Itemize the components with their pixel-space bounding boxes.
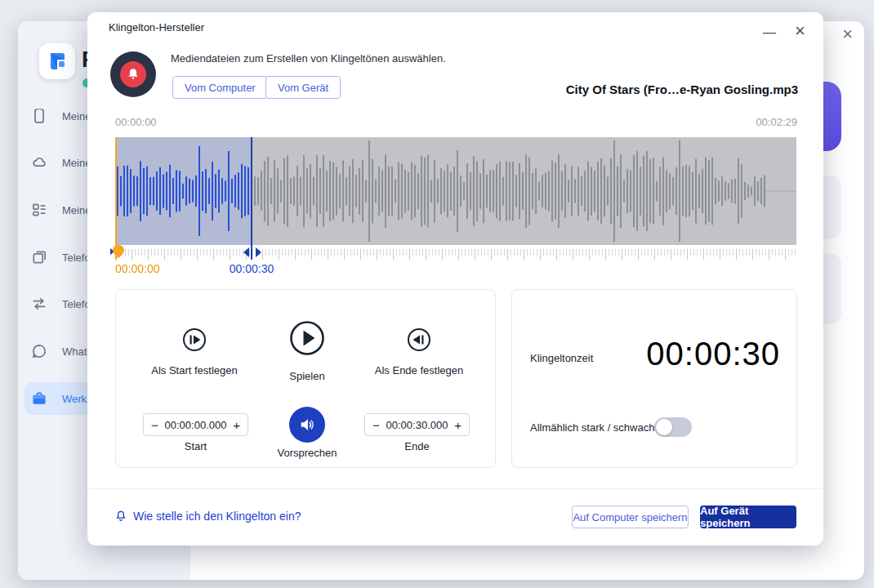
duration-label: Klingeltonzeit — [530, 352, 593, 364]
end-plus-button[interactable]: + — [454, 419, 462, 431]
ringtone-badge — [110, 51, 156, 97]
duration-value: 00:00:30 — [646, 336, 780, 372]
chat-icon — [31, 343, 47, 359]
play-button[interactable] — [289, 320, 325, 359]
end-minus-button[interactable]: − — [372, 419, 380, 431]
toggle-knob — [656, 419, 672, 435]
ringtone-info-panel: Klingeltonzeit 00:00:30 Allmählich stark… — [511, 289, 797, 468]
set-start-label: Als Start festlegen — [137, 364, 252, 376]
start-plus-button[interactable]: + — [233, 419, 240, 431]
speaker-icon — [298, 416, 316, 434]
copy-icon — [31, 249, 47, 265]
ringtone-maker-dialog: Klingelton-Hersteller — × Mediendateien … — [87, 12, 823, 546]
dialog-footer: Wie stelle ich den Klingelton ein? Auf C… — [87, 488, 823, 546]
from-computer-button[interactable]: Vom Computer — [172, 76, 268, 99]
help-link[interactable]: Wie stelle ich den Klingelton ein? — [114, 510, 301, 523]
timeline-ruler[interactable] — [115, 249, 796, 261]
cloud-icon — [31, 154, 47, 171]
audition-label: Vorsprechen — [254, 447, 360, 459]
start-time-value[interactable]: 00:00:00.000 — [165, 419, 227, 431]
help-link-text: Wie stelle ich den Klingelton ein? — [133, 510, 301, 523]
fade-label: Allmählich stark / schwach — [530, 421, 654, 434]
bell-outline-icon — [114, 510, 127, 523]
backup-icon — [31, 202, 47, 218]
waveform[interactable] — [115, 137, 796, 245]
trim-controls-panel: Als Start festlegen Spielen Als Ende fes… — [115, 289, 496, 468]
app-logo-icon — [46, 50, 69, 73]
selection-start-label: 00:00:00 — [115, 262, 160, 275]
bell-icon — [120, 61, 146, 87]
set-start-button[interactable] — [182, 327, 207, 355]
dialog-title: Klingelton-Hersteller — [109, 21, 204, 33]
minimize-icon[interactable]: — — [763, 25, 776, 40]
track-start-time: 00:00:00 — [115, 116, 157, 128]
waveform-area — [115, 137, 796, 261]
end-label: Ende — [364, 440, 470, 452]
play-label: Spielen — [250, 370, 364, 382]
selection-end-label: 00:00:30 — [211, 262, 292, 275]
dialog-subtitle: Mediendateien zum Erstellen von Klingelt… — [171, 52, 446, 65]
start-label: Start — [143, 440, 248, 452]
loaded-file-name: City Of Stars (Fro…e-Ryan Gosling.mp3 — [566, 82, 798, 96]
selection-start-line — [115, 137, 117, 260]
end-marker-handle[interactable] — [243, 247, 262, 261]
toolbox-icon — [31, 390, 47, 407]
fade-toggle[interactable] — [654, 417, 692, 437]
app-logo — [39, 43, 75, 79]
window-close-icon[interactable]: × — [842, 25, 853, 43]
transfer-icon — [31, 296, 47, 312]
start-minus-button[interactable]: − — [151, 419, 158, 431]
set-end-button[interactable] — [407, 327, 431, 355]
set-end-label: Als Ende festlegen — [362, 364, 476, 376]
from-device-button[interactable]: Vom Gerät — [265, 76, 341, 99]
end-time-value[interactable]: 00:00:30.000 — [386, 419, 448, 431]
start-time-stepper: − 00:00:00.000 + — [143, 413, 248, 436]
end-time-stepper: − 00:00:30.000 + — [364, 413, 470, 436]
device-icon — [31, 108, 47, 124]
save-to-device-button[interactable]: Auf Gerät speichern — [700, 506, 796, 528]
audition-button[interactable] — [289, 407, 325, 443]
close-icon[interactable]: × — [795, 20, 805, 42]
track-end-time: 00:02:29 — [756, 116, 797, 128]
save-to-computer-button[interactable]: Auf Computer speichern — [572, 506, 689, 528]
selection-end-line — [251, 137, 252, 260]
desktop: F Meine GeMeine iCMeine BaTelefon-ETelef… — [0, 0, 874, 588]
start-marker-handle[interactable] — [109, 245, 127, 263]
